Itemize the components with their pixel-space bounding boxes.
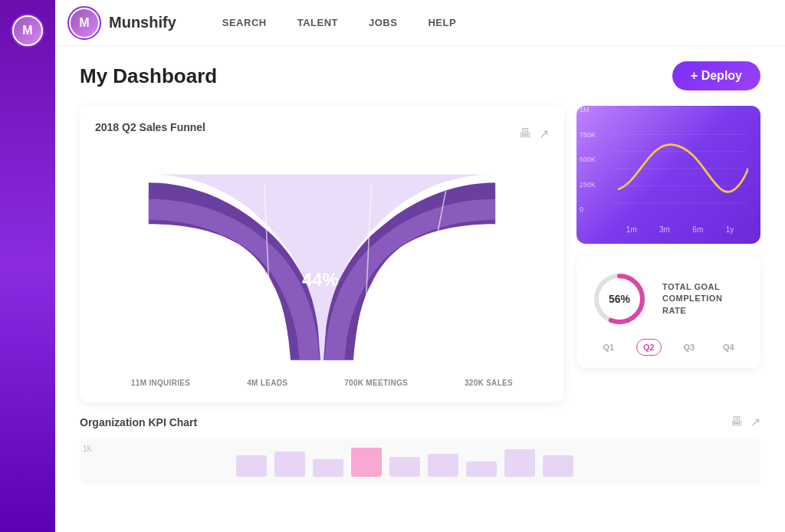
x-label-1y: 1y	[726, 225, 734, 234]
svg-rect-22	[543, 455, 573, 477]
sales-funnel-title: 2018 Q2 Sales Funnel	[95, 121, 205, 133]
page-title: My Dashboard	[80, 64, 217, 88]
svg-rect-15	[274, 452, 305, 477]
logo-icon: M	[71, 9, 98, 37]
line-chart-card: 1M 750K 500K 250K 0	[576, 106, 760, 244]
x-label-1m: 1m	[626, 225, 637, 234]
deploy-button[interactable]: + Deploy	[672, 61, 760, 90]
nav: SEARCH TALENT JOBS HELP	[222, 17, 456, 28]
svg-rect-20	[466, 461, 497, 477]
goal-completion-card: 56% TOTAL GOAL COMPLETION RATE Q1 Q2 Q3 …	[576, 256, 760, 368]
funnel-container: 87% 44% 7% 3%	[95, 158, 549, 373]
svg-rect-18	[389, 457, 420, 477]
kpi-chart-svg	[86, 440, 754, 478]
nav-search[interactable]: SEARCH	[222, 17, 267, 28]
funnel-label-0: 11M INQUIRIES	[131, 379, 190, 387]
quarter-tabs: Q1 Q2 Q3 Q4	[589, 339, 748, 356]
logo-circle: M	[67, 6, 101, 40]
nav-help[interactable]: HELP	[428, 17, 456, 28]
x-label-3m: 3m	[659, 225, 670, 234]
svg-rect-17	[351, 448, 382, 477]
donut-chart: 56%	[589, 268, 650, 330]
right-column: 1M 750K 500K 250K 0	[576, 106, 760, 402]
svg-text:3%: 3%	[456, 270, 482, 290]
kpi-section: Organization KPI Chart 🖶 ↗ 1K	[80, 415, 760, 484]
svg-text:87%: 87%	[186, 270, 222, 290]
y-label-250k: 250K	[580, 181, 596, 189]
y-label-500k: 500K	[580, 156, 596, 163]
kpi-chart-area: 1K	[80, 438, 760, 484]
funnel-labels: 11M INQUIRIES 4M LEADS 700K MEETINGS 320…	[95, 379, 549, 387]
kpi-y-label: 1K	[83, 445, 92, 453]
goal-text-line2: COMPLETION	[662, 294, 722, 303]
kpi-print-icon[interactable]: 🖶	[731, 415, 743, 429]
q2-tab[interactable]: Q2	[636, 339, 662, 356]
x-label-6m: 6m	[692, 225, 703, 234]
sidebar-logo: M	[11, 14, 44, 48]
dashboard-grid: 2018 Q2 Sales Funnel 🖶 ↗	[80, 106, 760, 402]
goal-label: TOTAL GOAL COMPLETION RATE	[662, 281, 722, 317]
share-icon[interactable]: ↗	[539, 126, 549, 141]
main-content: M Munshify SEARCH TALENT JOBS HELP My Da…	[55, 0, 785, 532]
logo-area: M Munshify	[67, 6, 176, 40]
donut-label: 56%	[609, 293, 630, 305]
page: My Dashboard + Deploy 2018 Q2 Sales Funn…	[55, 46, 785, 532]
kpi-header: Organization KPI Chart 🖶 ↗	[80, 415, 760, 429]
svg-rect-14	[236, 455, 267, 477]
kpi-share-icon[interactable]: ↗	[751, 415, 760, 429]
q3-tab[interactable]: Q3	[677, 340, 701, 355]
y-label-1m: 1M	[580, 106, 596, 113]
kpi-title: Organization KPI Chart	[80, 416, 197, 429]
sidebar-logo-initial: M	[14, 17, 41, 44]
y-label-0: 0	[580, 205, 596, 213]
nav-talent[interactable]: TALENT	[297, 17, 338, 28]
logo-text: Munshify	[109, 14, 176, 31]
goal-text-line3: RATE	[662, 306, 686, 315]
funnel-svg: 87% 44% 7% 3%	[95, 158, 549, 373]
sales-funnel-card: 2018 Q2 Sales Funnel 🖶 ↗	[80, 106, 564, 402]
card-action-icons: 🖶 ↗	[519, 126, 549, 141]
page-header: My Dashboard + Deploy	[80, 61, 760, 90]
q1-tab[interactable]: Q1	[596, 340, 620, 355]
kpi-action-icons: 🖶 ↗	[731, 415, 760, 429]
svg-text:44%: 44%	[302, 270, 338, 290]
svg-rect-19	[428, 454, 458, 477]
sidebar: M	[0, 0, 55, 532]
nav-jobs[interactable]: JOBS	[369, 17, 397, 28]
goal-main: 56% TOTAL GOAL COMPLETION RATE	[589, 268, 748, 330]
goal-text-line1: TOTAL GOAL	[662, 282, 720, 291]
line-chart-svg	[612, 115, 748, 222]
print-icon[interactable]: 🖶	[519, 126, 531, 141]
funnel-label-1: 4M LEADS	[247, 379, 287, 387]
x-axis-labels: 1m 3m 6m 1y	[612, 225, 748, 234]
svg-text:7%: 7%	[383, 270, 409, 290]
funnel-label-2: 700K MEETINGS	[344, 379, 408, 387]
funnel-label-3: 320K SALES	[465, 379, 513, 387]
svg-rect-16	[313, 459, 343, 477]
y-label-750k: 750K	[580, 131, 596, 139]
y-axis-labels: 1M 750K 500K 250K 0	[580, 106, 596, 213]
q4-tab[interactable]: Q4	[717, 340, 741, 355]
svg-rect-21	[504, 449, 535, 477]
header: M Munshify SEARCH TALENT JOBS HELP	[55, 0, 785, 46]
